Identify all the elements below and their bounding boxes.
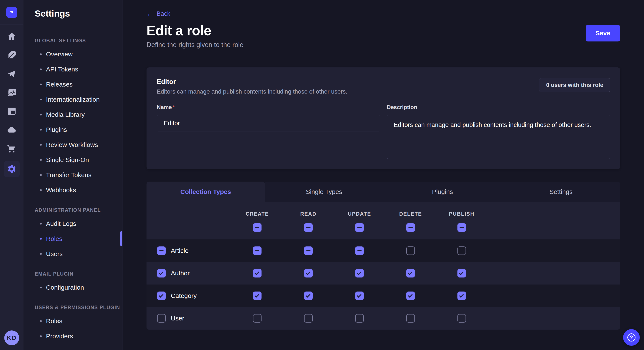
nav-item-label: Media Library (46, 111, 85, 118)
tab-collection-types[interactable]: Collection Types (146, 181, 265, 202)
author-delete-checkbox[interactable] (406, 269, 415, 278)
nav-item-label: Users (46, 250, 62, 257)
settings-nav-item-media-library[interactable]: Media Library (24, 107, 122, 122)
permission-cell (385, 292, 436, 300)
author-update-checkbox[interactable] (355, 269, 364, 278)
help-button[interactable]: ? (623, 329, 640, 346)
permission-row-user: User (146, 307, 620, 330)
bullet-icon (40, 68, 42, 70)
check-mark-icon (408, 293, 413, 298)
cloud-icon[interactable] (4, 124, 20, 136)
user-update-checkbox[interactable] (355, 314, 364, 323)
category-update-checkbox[interactable] (355, 292, 364, 300)
author-read-checkbox[interactable] (304, 269, 313, 278)
nav-item-label: API Tokens (46, 66, 78, 73)
category-delete-checkbox[interactable] (406, 292, 415, 300)
name-input[interactable] (157, 115, 380, 131)
page-header-text: Edit a role Define the rights given to t… (146, 23, 244, 49)
home-icon[interactable] (4, 30, 20, 43)
category-create-checkbox[interactable] (253, 292, 262, 300)
article-read-checkbox[interactable] (304, 246, 313, 255)
permission-cell (436, 246, 487, 255)
permission-cell (232, 246, 283, 255)
check-mark-icon (459, 270, 464, 275)
row-label: Author (171, 270, 190, 277)
row-name-cell: Category (146, 292, 232, 300)
select-row-article-checkbox[interactable] (157, 246, 166, 255)
settings-nav-item-single-sign-on[interactable]: Single Sign-On (24, 152, 122, 167)
content-builder-feather-icon[interactable] (4, 49, 20, 61)
settings-nav-item-audit-logs[interactable]: Audit Logs (24, 216, 122, 231)
indeterminate-dash-icon (357, 227, 362, 228)
deploy-paper-plane-icon[interactable] (4, 67, 20, 80)
save-button[interactable]: Save (586, 25, 620, 41)
permissions-table-header: CreateReadUpdateDeletePublish (146, 202, 620, 239)
select-row-author-checkbox[interactable] (157, 269, 166, 278)
user-read-checkbox[interactable] (304, 314, 313, 323)
article-create-checkbox[interactable] (253, 246, 262, 255)
nav-item-label: Releases (46, 81, 72, 88)
content-manager-layout-icon[interactable] (4, 105, 20, 118)
page-header: Edit a role Define the rights given to t… (146, 23, 620, 49)
select-all-create-checkbox[interactable] (253, 223, 262, 232)
select-all-delete-checkbox[interactable] (406, 223, 415, 232)
description-field-group: Description Editors can manage and publi… (387, 104, 610, 160)
category-publish-checkbox[interactable] (458, 292, 466, 300)
media-library-images-icon[interactable] (4, 86, 20, 99)
strapi-logo[interactable] (6, 7, 17, 18)
select-row-user-checkbox[interactable] (157, 314, 166, 323)
permission-cell (283, 246, 334, 255)
article-publish-checkbox[interactable] (458, 246, 466, 255)
subnav-title-divider (35, 28, 45, 28)
permissions-tabs: Collection TypesSingle TypesPluginsSetti… (146, 181, 620, 202)
nav-item-label: Configuration (46, 284, 84, 291)
check-mark-icon (357, 293, 362, 298)
description-textarea[interactable]: Editors can manage and publish contents … (387, 115, 610, 159)
user-publish-checkbox[interactable] (458, 314, 466, 323)
settings-nav-item-configuration[interactable]: Configuration (24, 280, 122, 295)
nav-item-label: Review Workflows (46, 141, 98, 149)
indeterminate-dash-icon (255, 227, 260, 228)
marketplace-cart-icon[interactable] (4, 142, 20, 155)
article-update-checkbox[interactable] (355, 246, 364, 255)
tab-single-types[interactable]: Single Types (265, 181, 383, 202)
settings-nav-item-providers[interactable]: Providers (24, 329, 122, 344)
settings-gear-icon[interactable] (4, 161, 20, 177)
settings-nav-item-internationalization[interactable]: Internationalization (24, 92, 122, 107)
select-row-category-checkbox[interactable] (157, 292, 166, 300)
article-delete-checkbox[interactable] (406, 246, 415, 255)
check-mark-icon (306, 293, 310, 298)
row-label: Article (171, 247, 188, 254)
settings-nav-item-review-workflows[interactable]: Review Workflows (24, 137, 122, 152)
author-publish-checkbox[interactable] (458, 269, 466, 278)
select-all-publish-checkbox[interactable] (458, 223, 466, 232)
settings-nav-item-roles[interactable]: Roles (24, 313, 122, 329)
category-read-checkbox[interactable] (304, 292, 313, 300)
permission-row-article: Article (146, 239, 620, 262)
header-checkbox-cell (232, 223, 283, 232)
role-description-text: Editors can manage and publish contents … (157, 88, 347, 95)
settings-nav-item-roles[interactable]: Roles (24, 231, 122, 246)
permission-cell (283, 314, 334, 323)
settings-nav-item-plugins[interactable]: Plugins (24, 122, 122, 137)
settings-nav-item-webhooks[interactable]: Webhooks (24, 182, 122, 197)
nav-item-label: Transfer Tokens (46, 172, 91, 178)
avatar[interactable]: KD (4, 331, 19, 345)
user-create-checkbox[interactable] (253, 314, 262, 323)
author-create-checkbox[interactable] (253, 269, 262, 278)
users-with-role-button[interactable]: 0 users with this role (539, 78, 610, 92)
select-all-read-checkbox[interactable] (304, 223, 313, 232)
indeterminate-dash-icon (255, 250, 260, 251)
user-delete-checkbox[interactable] (406, 314, 415, 323)
back-link[interactable]: ← Back (146, 10, 170, 17)
settings-nav-item-overview[interactable]: Overview (24, 47, 122, 62)
row-label: Category (171, 292, 197, 299)
settings-nav-item-users[interactable]: Users (24, 246, 122, 261)
tab-settings[interactable]: Settings (502, 181, 620, 202)
select-all-update-checkbox[interactable] (355, 223, 364, 232)
tab-plugins[interactable]: Plugins (383, 181, 502, 202)
settings-nav-item-transfer-tokens[interactable]: Transfer Tokens (24, 167, 122, 182)
settings-nav-item-api-tokens[interactable]: API Tokens (24, 62, 122, 77)
settings-nav-item-releases[interactable]: Releases (24, 77, 122, 92)
permission-row-author: Author (146, 262, 620, 285)
